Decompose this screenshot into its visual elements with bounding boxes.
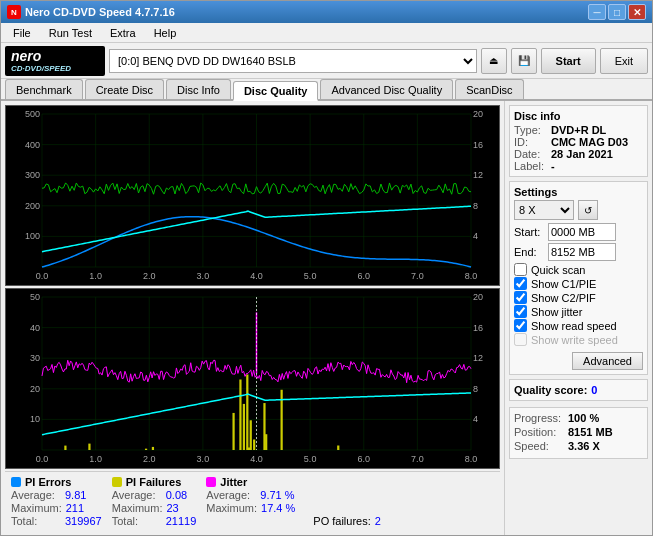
disc-info-section: Disc info Type: DVD+R DL ID: CMC MAG D03… [509,105,648,177]
id-value: CMC MAG D03 [551,136,628,148]
speed-label: Speed: [514,440,564,452]
label-label: Label: [514,160,549,172]
start-button[interactable]: Start [541,48,596,74]
show-c2pif-checkbox[interactable] [514,291,527,304]
close-button[interactable]: ✕ [628,4,646,20]
maximize-button[interactable]: □ [608,4,626,20]
quick-scan-checkbox[interactable] [514,263,527,276]
end-field[interactable] [548,243,616,261]
po-failures-val: 2 [375,515,381,527]
disc-info-title: Disc info [514,110,643,122]
tab-disc-quality[interactable]: Disc Quality [233,81,319,101]
chart-area: PI Errors Average: 9.81 Maximum: 211 Tot… [1,101,504,535]
progress-section: Progress: 100 % Position: 8151 MB Speed:… [509,407,648,459]
tab-scandisc[interactable]: ScanDisc [455,79,523,99]
position-value: 8151 MB [568,426,613,438]
exit-button[interactable]: Exit [600,48,648,74]
drive-selector[interactable]: [0:0] BENQ DVD DD DW1640 BSLB [109,49,477,73]
jitter-dot [206,477,216,487]
pi-errors-avg-val: 9.81 [65,489,86,501]
end-field-label: End: [514,246,544,258]
tab-disc-info[interactable]: Disc Info [166,79,231,99]
show-jitter-label: Show jitter [531,306,582,318]
po-failures-section: PO failures: 2 [313,476,381,527]
quality-score-label: Quality score: [514,384,587,396]
settings-section: Settings 8 X ↺ Start: End: Qui [509,181,648,375]
type-label: Type: [514,124,549,136]
pi-failures-max-val: 23 [166,502,178,514]
pi-failures-label: PI Failures [126,476,182,488]
quality-score-section: Quality score: 0 [509,379,648,401]
pi-errors-avg-label: Average: [11,489,61,501]
toolbar-eject-button[interactable]: ⏏ [481,48,507,74]
show-read-speed-label: Show read speed [531,320,617,332]
tabs-bar: Benchmark Create Disc Disc Info Disc Qua… [1,79,652,101]
pi-errors-total-label: Total: [11,515,61,527]
date-value: 28 Jan 2021 [551,148,613,160]
settings-title: Settings [514,186,643,198]
app-logo: nero CD·DVD/SPEED [5,46,105,76]
pi-failures-total-label: Total: [112,515,162,527]
stats-area: PI Errors Average: 9.81 Maximum: 211 Tot… [5,471,500,531]
main-content: PI Errors Average: 9.81 Maximum: 211 Tot… [1,101,652,535]
progress-value: 100 % [568,412,599,424]
jitter-label: Jitter [220,476,247,488]
start-field-label: Start: [514,226,544,238]
label-value: - [551,160,555,172]
menu-help[interactable]: Help [146,25,185,41]
pi-errors-dot [11,477,21,487]
pi-errors-label: PI Errors [25,476,71,488]
jitter-max-val: 17.4 % [261,502,295,514]
main-window: N Nero CD-DVD Speed 4.7.7.16 ─ □ ✕ File … [0,0,653,536]
show-read-speed-checkbox[interactable] [514,319,527,332]
speed-selector[interactable]: 8 X [514,200,574,220]
pi-failures-avg-label: Average: [112,489,162,501]
position-label: Position: [514,426,564,438]
show-write-speed-label: Show write speed [531,334,618,346]
tab-benchmark[interactable]: Benchmark [5,79,83,99]
jitter-avg-label: Average: [206,489,256,501]
app-icon: N [7,5,21,19]
advanced-button[interactable]: Advanced [572,352,643,370]
show-write-speed-checkbox[interactable] [514,333,527,346]
tab-advanced-disc-quality[interactable]: Advanced Disc Quality [320,79,453,99]
pi-failures-avg-val: 0.08 [166,489,187,501]
show-c2pif-label: Show C2/PIF [531,292,596,304]
menu-run-test[interactable]: Run Test [41,25,100,41]
top-chart [5,105,500,286]
tab-create-disc[interactable]: Create Disc [85,79,164,99]
pi-errors-block: PI Errors Average: 9.81 Maximum: 211 Tot… [11,476,102,527]
jitter-avg-val: 9.71 % [260,489,294,501]
menu-bar: File Run Test Extra Help [1,23,652,43]
refresh-button[interactable]: ↺ [578,200,598,220]
jitter-block: Jitter Average: 9.71 % Maximum: 17.4 % [206,476,295,527]
bottom-chart [5,288,500,469]
toolbar-save-button[interactable]: 💾 [511,48,537,74]
menu-file[interactable]: File [5,25,39,41]
show-jitter-checkbox[interactable] [514,305,527,318]
sidebar: Disc info Type: DVD+R DL ID: CMC MAG D03… [504,101,652,535]
quality-score-value: 0 [591,384,597,396]
minimize-button[interactable]: ─ [588,4,606,20]
pi-errors-max-val: 211 [66,502,84,514]
pi-failures-block: PI Failures Average: 0.08 Maximum: 23 To… [112,476,197,527]
progress-label: Progress: [514,412,564,424]
menu-extra[interactable]: Extra [102,25,144,41]
pi-failures-max-label: Maximum: [112,502,163,514]
pi-failures-dot [112,477,122,487]
window-title: Nero CD-DVD Speed 4.7.7.16 [25,6,175,18]
po-failures-label: PO failures: [313,515,370,527]
jitter-max-label: Maximum: [206,502,257,514]
pi-failures-total-val: 21119 [166,515,197,527]
pi-errors-total-val: 319967 [65,515,102,527]
show-c1pie-checkbox[interactable] [514,277,527,290]
type-value: DVD+R DL [551,124,606,136]
start-field[interactable] [548,223,616,241]
quick-scan-label: Quick scan [531,264,585,276]
pi-errors-max-label: Maximum: [11,502,62,514]
show-c1pie-label: Show C1/PIE [531,278,596,290]
title-bar: N Nero CD-DVD Speed 4.7.7.16 ─ □ ✕ [1,1,652,23]
speed-value: 3.36 X [568,440,600,452]
toolbar: nero CD·DVD/SPEED [0:0] BENQ DVD DD DW16… [1,43,652,79]
date-label: Date: [514,148,549,160]
